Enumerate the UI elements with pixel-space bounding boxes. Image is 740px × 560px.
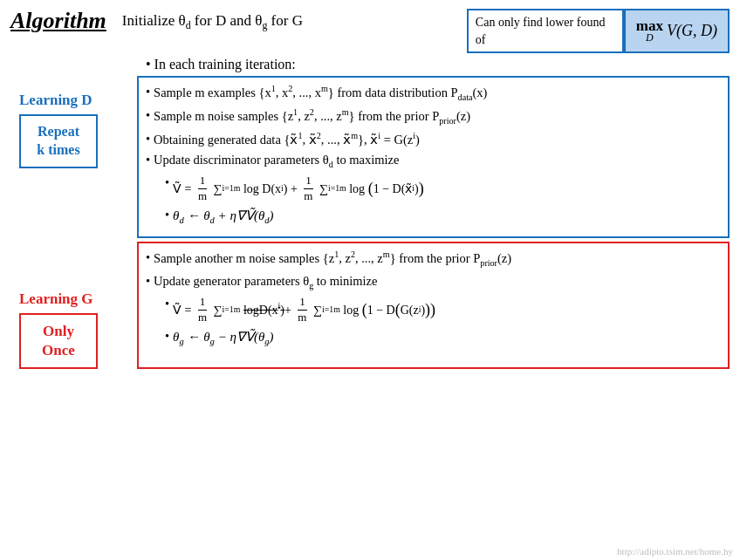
red-section: • Sample another m noise samples {z1, z2…: [137, 242, 730, 369]
frac-g-denom-1: m: [196, 311, 209, 325]
watermark: http://adipto.tsim.net/home.hy: [617, 546, 733, 557]
formula-text: V(G, D): [667, 22, 717, 40]
content-area: In each training iteration: • Sample m e…: [137, 57, 730, 369]
learning-d-label: Learning D: [10, 92, 137, 109]
header: Algorithm Initialize θd for D and θg for…: [10, 9, 730, 57]
upper-right-box: Can only find lower found of max D V(G, …: [467, 9, 730, 53]
main-layout: Learning D Repeatk times Learning G Only…: [10, 57, 730, 369]
can-only-box: Can only find lower found of: [467, 9, 624, 53]
learning-d-text: Learning D: [19, 92, 92, 108]
sub-bullet-2-icon: •: [165, 206, 169, 225]
frac-denom-1: m: [196, 189, 209, 204]
title-text: Algorithm: [10, 8, 106, 33]
blue-b2-text: Sample m noise samples {z1, z2, ..., zm}…: [154, 106, 470, 127]
blue-bullet-1: • Sample m examples {x1, x2, ..., xm} fr…: [146, 83, 721, 104]
frac-g-numer-1: 1: [198, 295, 208, 311]
red-b2-text: Update generator parameters θg to minimi…: [154, 272, 377, 292]
watermark-text: http://adipto.tsim.net/home.hy: [617, 546, 733, 557]
bullet-2-icon: •: [146, 106, 150, 124]
blue-b4-text: Update discriminator parameters θd to ma…: [154, 151, 399, 171]
blue-bullet-2: • Sample m noise samples {z1, z2, ..., z…: [146, 106, 721, 127]
theta-g-update: • θg ← θg − η∇Ṽ(θg): [165, 327, 721, 349]
strikethrough-logD: logD(xi): [243, 300, 284, 319]
v-tilde-formula-g: • Ṽ = 1 m ∑i=1m logD(xi) + 1 m ∑i=1m log: [165, 295, 721, 325]
only-once-box: OnlyOnce: [19, 313, 98, 369]
learning-g-text: Learning G: [19, 290, 93, 307]
blue-bullet-4: • Update discriminator parameters θd to …: [146, 151, 721, 171]
fraction-1: 1 m: [196, 174, 209, 204]
theta-g-update-text: θg ← θg − η∇Ṽ(θg): [173, 327, 273, 349]
bullet-4-icon: •: [146, 151, 150, 168]
frac-g-denom-2: m: [296, 311, 308, 325]
red-b1-text: Sample another m noise samples {z1, z2, …: [154, 249, 511, 270]
fraction-2: 1 m: [302, 174, 314, 204]
training-iter-text: In each training iteration:: [154, 57, 296, 72]
blue-section: • Sample m examples {x1, x2, ..., xm} fr…: [137, 76, 730, 238]
bullet-1-icon: •: [146, 83, 150, 100]
blue-bullet-3: • Obtaining generated data {x̃1, x̃2, ..…: [146, 130, 721, 148]
can-only-text: Can only find lower found of: [476, 16, 606, 46]
red-b2-icon: •: [146, 272, 150, 290]
page: Algorithm Initialize θd for D and θg for…: [0, 0, 740, 560]
bullet-3-icon: •: [146, 130, 150, 147]
blue-b1-text: Sample m examples {x1, x2, ..., xm} from…: [154, 83, 487, 104]
sidebar: Learning D Repeatk times Learning G Only…: [10, 57, 137, 369]
init-text: Initialize θd for D and θg for G: [122, 9, 303, 32]
learning-g-label: Learning G: [10, 290, 137, 308]
frac-denom-2: m: [302, 189, 314, 204]
red-b1-icon: •: [146, 249, 150, 266]
v-tilde-formula-1-text: Ṽ = 1 m ∑i=1m log D(xi) + 1 m ∑i=1m log …: [173, 174, 424, 204]
red-bullet-2: • Update generator parameters θg to mini…: [146, 272, 721, 292]
theta-update-formula: • θd ← θd + η∇Ṽ(θd): [165, 206, 721, 228]
training-iter: In each training iteration:: [137, 57, 730, 72]
d-sub: D: [646, 31, 654, 44]
max-formula-box: max D V(G, D): [624, 9, 730, 53]
algorithm-title: Algorithm: [10, 9, 106, 34]
sub-bullet-g2-icon: •: [165, 327, 169, 346]
fraction-g2: 1 m: [296, 295, 308, 325]
max-d: max D: [636, 17, 663, 44]
frac-numer-1: 1: [198, 174, 208, 189]
repeat-box: Repeatk times: [19, 114, 98, 168]
sub-bullet-1-icon: •: [165, 174, 169, 193]
fraction-g1: 1 m: [196, 295, 209, 325]
sub-bullet-g1-icon: •: [165, 295, 169, 314]
red-bullet-1: • Sample another m noise samples {z1, z2…: [146, 249, 721, 270]
frac-numer-2: 1: [304, 174, 313, 189]
blue-b3-text: Obtaining generated data {x̃1, x̃2, ...,…: [154, 130, 420, 148]
theta-update-text: θd ← θd + η∇Ṽ(θd): [173, 206, 273, 228]
v-tilde-g-text: Ṽ = 1 m ∑i=1m logD(xi) + 1 m ∑i=1m log (: [173, 295, 435, 325]
frac-g-numer-2: 1: [298, 295, 307, 311]
v-tilde-formula-1: • Ṽ = 1 m ∑i=1m log D(xi) + 1 m ∑i=1m lo…: [165, 174, 721, 204]
header-left: Algorithm Initialize θd for D and θg for…: [10, 9, 303, 34]
